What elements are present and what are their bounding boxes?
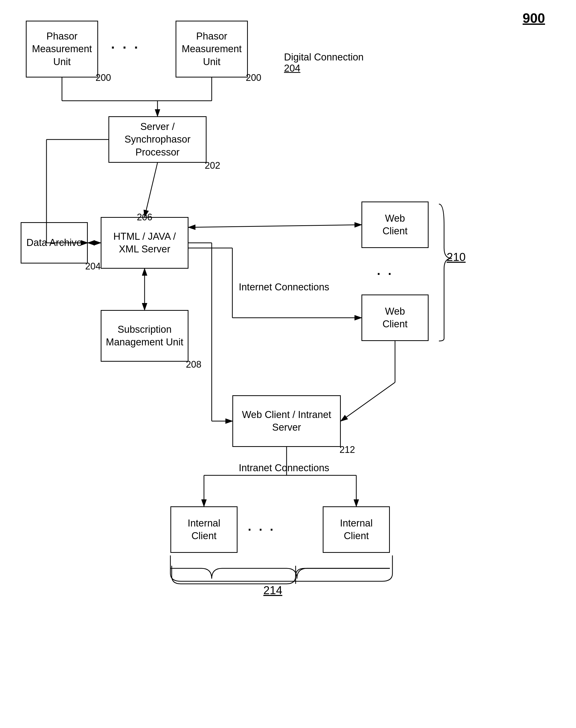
server-ref: 202 (205, 160, 220, 171)
pmu1-label: PhasorMeasurementUnit (32, 30, 92, 68)
internal-client1-label: InternalClient (188, 517, 221, 542)
digital-connection-label: Digital Connection204 (284, 52, 364, 74)
internal-client2-box: InternalClient (323, 506, 390, 553)
pmu2-ref: 200 (246, 72, 261, 83)
subscription-label: SubscriptionManagement Unit (106, 323, 183, 349)
xml-server-box: HTML / JAVA /XML Server (101, 217, 189, 269)
pmu1-box: PhasorMeasurementUnit (26, 21, 98, 78)
pmu2-box: PhasorMeasurementUnit (176, 21, 248, 78)
server-box: Server / SynchrophasorProcessor (109, 116, 206, 163)
diagram: 900 PhasorMeasurementUnit 200 . . . Phas… (0, 0, 576, 728)
intranet-connections-label: Intranet Connections (225, 463, 343, 474)
web-client2-label: WebClient (382, 305, 407, 331)
svg-line-7 (145, 163, 157, 217)
web-client2-box: WebClient (362, 295, 429, 341)
pmu-dots: . . . (111, 36, 140, 52)
pmu2-label: PhasorMeasurementUnit (182, 30, 242, 68)
data-archive-ref: 204 (85, 261, 101, 272)
internet-connections-label: Internet Connections (232, 282, 336, 293)
internal-client2-label: InternalClient (340, 517, 373, 542)
brace-svg (168, 553, 395, 586)
svg-line-13 (189, 225, 362, 227)
internal-client1-box: InternalClient (170, 506, 237, 553)
xml-server-ref: 206 (137, 212, 152, 223)
internal-clients-brace (168, 553, 395, 586)
data-archive-box: Data Archive (21, 222, 88, 263)
intranet-server-ref: 212 (340, 444, 355, 455)
server-label: Server / SynchrophasorProcessor (112, 120, 203, 159)
pmu1-ref: 200 (95, 72, 111, 83)
xml-server-label: HTML / JAVA /XML Server (113, 230, 176, 256)
web-clients-dots: . . (377, 263, 394, 278)
web-clients-ref: 210 (447, 251, 465, 263)
internal-clients-dots: . . . (248, 519, 276, 533)
data-archive-label: Data Archive (26, 236, 82, 249)
connection-lines (0, 0, 576, 728)
subscription-box: SubscriptionManagement Unit (101, 310, 189, 362)
subscription-ref: 208 (186, 359, 201, 370)
web-client1-label: WebClient (382, 212, 407, 238)
intranet-server-label: Web Client / IntranetServer (242, 409, 331, 434)
figure-number: 900 (523, 10, 545, 26)
web-client1-box: WebClient (362, 201, 429, 248)
svg-line-21 (341, 382, 395, 421)
intranet-server-box: Web Client / IntranetServer (232, 395, 341, 447)
